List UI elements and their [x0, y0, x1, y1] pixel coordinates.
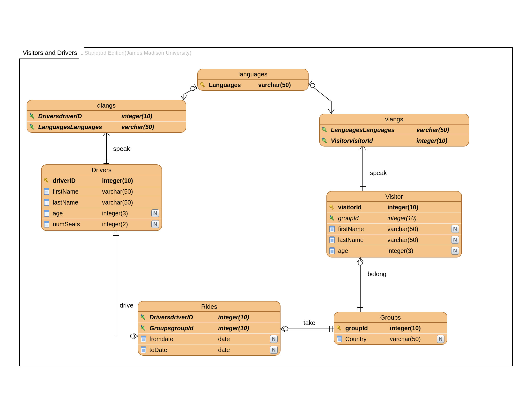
entity-column-row[interactable]: Countryvarchar(50)N	[334, 334, 447, 344]
entity-languages[interactable]: languages Languagesvarchar(50)	[197, 69, 309, 91]
entity-visitor[interactable]: Visitor visitorIdinteger(10) groupIdinte…	[326, 191, 462, 257]
entity-vlangs[interactable]: vlangs LanguagesLanguagesvarchar(50) Vis…	[319, 114, 469, 147]
column-icon	[329, 236, 335, 243]
column-icon	[141, 336, 146, 342]
svg-point-93	[338, 327, 339, 327]
primary-key-icon	[200, 82, 206, 88]
svg-rect-35	[44, 188, 49, 190]
column-icon	[140, 346, 147, 354]
svg-rect-83	[141, 336, 146, 337]
column-type: varchar(50)	[387, 236, 418, 243]
primary-key-icon	[44, 177, 50, 184]
svg-point-28	[323, 140, 324, 140]
entity-column-row[interactable]: DriversdriverIDinteger(10)	[138, 312, 280, 323]
column-name: lastName	[338, 236, 382, 243]
entity-column-row[interactable]: groupIdinteger(10)	[327, 213, 461, 224]
column-name: numSeats	[53, 221, 96, 228]
column-type: varchar(50)	[102, 188, 133, 195]
column-icon	[44, 221, 49, 227]
column-type: integer(10)	[416, 137, 447, 144]
entity-column-row[interactable]: toDatedateN	[138, 345, 280, 355]
svg-point-19	[31, 115, 32, 116]
column-icon	[140, 335, 147, 343]
entity-column-row[interactable]: Languagesvarchar(50)	[198, 80, 308, 90]
svg-rect-50	[44, 221, 49, 223]
entity-title: Visitor	[327, 191, 461, 202]
column-type: date	[218, 346, 230, 354]
svg-rect-78	[143, 317, 145, 320]
nullable-badge: N	[451, 236, 459, 244]
column-icon	[328, 247, 336, 254]
entity-title: dlangs	[27, 100, 186, 111]
column-name: lastName	[53, 199, 96, 206]
svg-rect-23	[32, 127, 34, 129]
svg-rect-60	[332, 218, 334, 221]
column-type: varchar(50)	[258, 82, 291, 88]
column-icon	[329, 225, 335, 232]
column-name: Languages	[209, 82, 252, 88]
nullable-badge: N	[437, 335, 445, 343]
svg-rect-88	[141, 347, 146, 348]
entity-column-row[interactable]: GroupsgroupIdinteger(10)	[138, 323, 280, 334]
column-type: varchar(50)	[121, 123, 154, 131]
foreign-key-icon	[29, 123, 36, 130]
entity-dlangs[interactable]: dlangs DriversdriverIDinteger(10) Langua…	[27, 100, 186, 133]
column-type: integer(10)	[218, 325, 249, 332]
entity-rides[interactable]: Rides DriversdriverIDinteger(10) Groupsg…	[138, 301, 281, 356]
nullable-badge: N	[151, 220, 159, 228]
column-icon	[43, 221, 50, 228]
entity-column-row[interactable]: lastNamevarchar(50)N	[327, 234, 461, 245]
column-type: integer(10)	[390, 325, 421, 332]
entity-column-row[interactable]: visitorIdinteger(10)	[327, 202, 461, 213]
primary-key-icon	[328, 204, 336, 211]
entity-column-row[interactable]: firstNamevarchar(50)	[42, 186, 162, 197]
entity-column-row[interactable]: driverIDinteger(10)	[42, 175, 162, 186]
primary-key-icon	[336, 325, 342, 331]
column-type: integer(10)	[102, 177, 133, 184]
entity-column-row[interactable]: ageinteger(3)N	[327, 245, 461, 256]
entity-column-row[interactable]: lastNamevarchar(50)	[42, 197, 162, 208]
svg-rect-72	[330, 248, 334, 249]
entity-drivers[interactable]: Drivers driverIDinteger(10) firstNamevar…	[41, 164, 162, 231]
column-type: integer(10)	[218, 314, 249, 321]
column-name: LanguagesLanguages	[331, 126, 411, 133]
diagram-canvas: Visual Paradigm for UML Standard Edition…	[0, 0, 532, 411]
column-name: Country	[345, 336, 384, 343]
foreign-key-icon	[321, 126, 328, 133]
column-name: age	[53, 210, 96, 217]
column-name: firstName	[338, 225, 382, 233]
svg-rect-81	[143, 328, 145, 330]
entity-column-row[interactable]: numSeatsinteger(2)N	[42, 219, 162, 229]
entity-column-row[interactable]: fromdatedateN	[138, 334, 280, 345]
primary-key-icon	[329, 204, 335, 210]
entity-column-row[interactable]: LanguagesLanguagesvarchar(50)	[320, 124, 469, 135]
column-type: varchar(50)	[387, 225, 418, 233]
column-name: firstName	[53, 188, 96, 195]
foreign-key-icon	[140, 314, 147, 321]
entity-title: Rides	[138, 301, 280, 312]
svg-rect-26	[324, 130, 327, 132]
column-name: GroupsgroupId	[150, 325, 212, 332]
svg-point-77	[142, 316, 143, 317]
svg-point-25	[323, 129, 324, 130]
entity-column-row[interactable]: DriversdriverIDinteger(10)	[27, 111, 186, 121]
column-type: integer(3)	[102, 210, 128, 217]
column-type: varchar(50)	[390, 336, 421, 343]
column-icon	[44, 210, 49, 217]
svg-point-55	[331, 206, 332, 207]
relation-label-drive: drive	[120, 302, 133, 309]
primary-key-icon	[199, 81, 207, 88]
column-type: date	[218, 336, 230, 343]
svg-point-15	[201, 84, 202, 84]
primary-key-icon	[336, 325, 343, 332]
entity-column-row[interactable]: VisitorvisitorIdinteger(10)	[320, 135, 469, 146]
entity-column-row[interactable]: groupIdinteger(10)	[334, 323, 447, 334]
column-icon	[337, 336, 342, 342]
foreign-key-icon	[321, 137, 328, 144]
column-name: DriversdriverID	[38, 113, 116, 120]
svg-point-13	[358, 261, 362, 265]
entity-column-row[interactable]: LanguagesLanguagesvarchar(50)	[27, 121, 186, 132]
entity-groups[interactable]: Groups groupIdinteger(10) Countryvarchar…	[334, 312, 447, 345]
entity-column-row[interactable]: firstNamevarchar(50)N	[327, 224, 461, 234]
entity-column-row[interactable]: ageinteger(3)N	[42, 208, 162, 219]
